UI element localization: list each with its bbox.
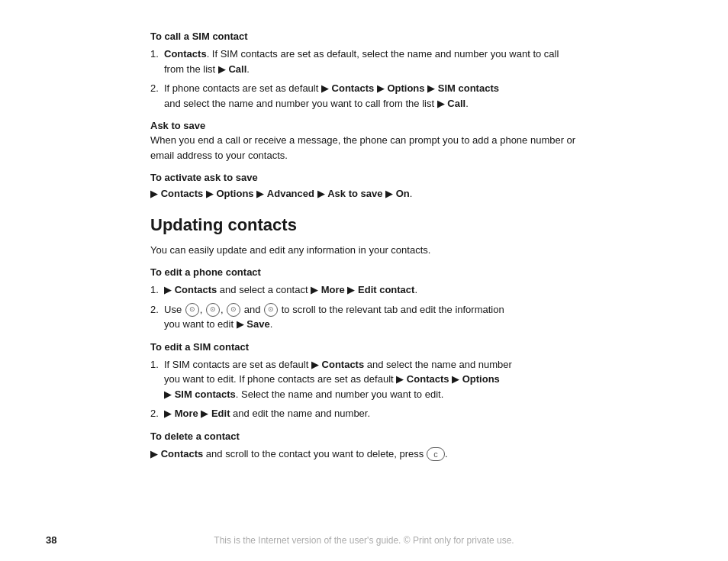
contacts-bold6: Contacts [407,373,449,385]
activate-label: To activate ask to save [150,172,578,183]
ask-to-save-bold: Ask to save [327,188,382,199]
more-bold2: More [175,408,198,419]
ep-item1-num: 1. [150,282,164,298]
item2-num: 2. [150,81,164,111]
c-key: c [427,447,445,461]
contacts-bold: Contacts [164,48,207,60]
es-item2-num: 2. [150,406,164,421]
es-item1-text: If SIM contacts are set as default ▶ Con… [164,357,512,402]
call-bold: Call [228,63,246,75]
more-bold: More [321,284,345,295]
edit-sim-item2: 2. ▶ More ▶ Edit and edit the name and n… [150,406,578,421]
edit-phone-item2: 2. Use ⊙, ⊙, ⊙ and ⊙ to scroll to the re… [150,302,578,332]
options-bold3: Options [462,373,500,385]
edit-contact-bold: Edit contact [358,284,414,295]
call-bold2: Call [447,98,465,109]
contacts-bold4: Contacts [175,284,217,295]
ep-item2-num: 2. [150,302,164,332]
edit-bold: Edit [211,408,230,419]
edit-sim-label: To edit a SIM contact [150,341,578,353]
ask-to-save-paragraph: When you end a call or receive a message… [150,133,578,163]
nav-icon-3: ⊙ [227,303,240,317]
page: To call a SIM contact 1. Contacts. If SI… [0,0,728,561]
delete-contact-label: To delete a contact [150,430,578,442]
footer-text: This is the Internet version of the user… [214,535,514,546]
updating-contacts-paragraph: You can easily update and edit any infor… [150,243,578,258]
nav-icon-2: ⊙ [206,303,220,317]
edit-phone-label: To edit a phone contact [150,266,578,278]
edit-phone-item1: 1. ▶ Contacts and select a contact ▶ Mor… [150,282,578,298]
item1-text: Contacts. If SIM contacts are set as def… [164,47,578,76]
contacts-bold5: Contacts [322,359,365,370]
item1-num: 1. [150,47,164,76]
es-item2-text: ▶ More ▶ Edit and edit the name and numb… [164,406,370,421]
edit-sim-item1: 1. If SIM contacts are set as default ▶ … [150,357,578,402]
on-bold: On [396,188,410,199]
es-item1-num: 1. [150,357,164,402]
sim-contacts-bold2: SIM contacts [175,389,236,400]
ep-item2-text: Use ⊙, ⊙, ⊙ and ⊙ to scroll to the relev… [164,302,504,332]
sim-contacts-bold: SIM contacts [438,82,499,94]
ask-to-save-heading: Ask to save [150,120,578,131]
call-sim-label: To call a SIM contact [150,31,578,42]
options-bold: Options [387,82,424,94]
ep-item1-text: ▶ Contacts and select a contact ▶ More ▶… [164,282,417,298]
content: To call a SIM contact 1. Contacts. If SI… [150,31,578,461]
nav-icon-1: ⊙ [185,303,199,317]
contacts-bold3: Contacts [161,188,204,199]
save-bold: Save [246,318,269,330]
call-sim-item2: 2. If phone contacts are set as default … [150,81,578,111]
item2-text: If phone contacts are set as default ▶ C… [164,81,499,111]
contacts-bold2: Contacts [332,82,375,94]
updating-contacts-heading: Updating contacts [150,215,578,235]
delete-contact-path: ▶ Contacts and scroll to the contact you… [150,447,578,462]
advanced-bold: Advanced [267,188,314,199]
options-bold2: Options [216,188,253,199]
call-sim-item1: 1. Contacts. If SIM contacts are set as … [150,47,578,76]
nav-icon-4: ⊙ [264,303,278,317]
contacts-bold7: Contacts [161,448,204,459]
activate-path: ▶ Contacts ▶ Options ▶ Advanced ▶ Ask to… [150,186,578,202]
footer: This is the Internet version of the user… [0,534,728,546]
